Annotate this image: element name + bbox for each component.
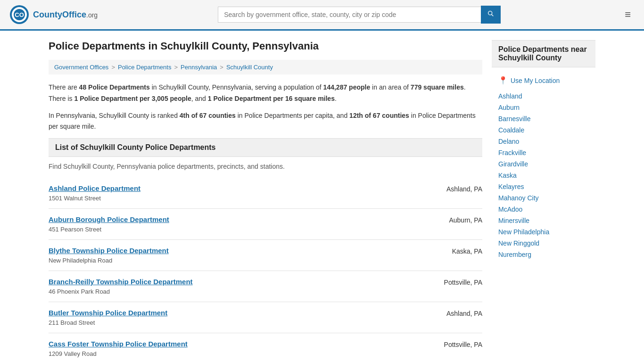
dept-info: Cass Foster Township Police Department 1… (49, 340, 426, 357)
department-item: Butler Township Police Department 211 Br… (49, 302, 482, 333)
department-item: Cass Foster Township Police Department 1… (49, 333, 482, 362)
sidebar-nearby-item: Ashland (498, 92, 589, 100)
list-section-description: Find Schuylkill County, Pennsylvania pol… (49, 163, 482, 170)
breadcrumb-sep-1: > (111, 64, 115, 71)
sidebar-title: Police Departments near Schuylkill Count… (492, 40, 595, 67)
breadcrumb-link-schuylkill[interactable]: Schuylkill County (226, 64, 273, 71)
sidebar-nearby-item: Barnesville (498, 115, 589, 123)
dept-name-link[interactable]: Ashland Police Department (49, 184, 426, 192)
main-content: Police Departments in Schuylkill County,… (49, 40, 482, 362)
sidebar-nearby-item: New Ringgold (498, 239, 589, 247)
sidebar-nearby-link[interactable]: Mahanoy City (498, 194, 539, 202)
site-header: CO CountyOffice.org ≡ (0, 0, 644, 31)
search-icon (487, 10, 495, 17)
dept-address: New Philadelphia Road (49, 257, 112, 264)
sidebar-nearby-item: Minersville (498, 217, 589, 224)
dept-location: Ashland, PA (426, 309, 482, 317)
list-section-header: List of Schuylkill County Police Departm… (49, 138, 482, 157)
sidebar-nearby-link[interactable]: Coaldale (498, 126, 524, 134)
dept-name-link[interactable]: Auburn Borough Police Department (49, 215, 426, 223)
sidebar-nearby-item: Mahanoy City (498, 194, 589, 202)
sidebar-nearby-item: Kelayres (498, 183, 589, 190)
svg-line-5 (492, 15, 494, 16)
breadcrumb-sep-2: > (174, 64, 178, 71)
dept-info: Blythe Township Police Department New Ph… (49, 247, 426, 264)
dept-info: Auburn Borough Police Department 451 Pea… (49, 215, 426, 233)
sidebar-nearby-link[interactable]: Nuremberg (498, 251, 531, 258)
sidebar-nearby-item: New Philadelphia (498, 228, 589, 236)
sidebar-nearby-item: Kaska (498, 172, 589, 179)
sidebar: Police Departments near Schuylkill Count… (492, 40, 595, 362)
sidebar-nearby-link[interactable]: Kaska (498, 172, 517, 179)
dept-info: Butler Township Police Department 211 Br… (49, 309, 426, 326)
sidebar-nearby-link[interactable]: Delano (498, 138, 519, 145)
sidebar-nearby-item: Frackville (498, 149, 589, 156)
nearby-links-list: AshlandAuburnBarnesvilleCoaldaleDelanoFr… (492, 92, 595, 258)
breadcrumb-link-government-offices[interactable]: Government Offices (54, 64, 108, 71)
page-title: Police Departments in Schuylkill County,… (49, 40, 482, 52)
dept-name-link[interactable]: Blythe Township Police Department (49, 247, 426, 255)
sidebar-nearby-item: Nuremberg (498, 251, 589, 258)
svg-point-4 (488, 11, 492, 15)
sidebar-nearby-item: Auburn (498, 104, 589, 111)
search-input[interactable] (218, 7, 481, 23)
dept-address: 211 Broad Street (49, 319, 95, 326)
dept-name-link[interactable]: Butler Township Police Department (49, 309, 426, 317)
department-item: Branch-Reilly Township Police Department… (49, 271, 482, 302)
dept-location: Pottsville, PA (426, 340, 482, 348)
main-container: Police Departments in Schuylkill County,… (39, 31, 605, 362)
department-item: Auburn Borough Police Department 451 Pea… (49, 209, 482, 240)
departments-list: Ashland Police Department 1501 Walnut St… (49, 178, 482, 362)
sidebar-nearby-link[interactable]: Girardville (498, 160, 528, 168)
dept-address: 46 Phoenix Park Road (49, 288, 110, 295)
department-item: Blythe Township Police Department New Ph… (49, 240, 482, 271)
sidebar-nearby-link[interactable]: Auburn (498, 104, 520, 111)
dept-location: Pottsville, PA (426, 278, 482, 286)
sidebar-nearby-item: Girardville (498, 160, 589, 168)
use-location-area: 📍 Use My Location (492, 73, 595, 88)
sidebar-nearby-item: McAdoo (498, 206, 589, 213)
sidebar-nearby-link[interactable]: Ashland (498, 92, 522, 100)
sidebar-nearby-link[interactable]: New Philadelphia (498, 228, 549, 236)
breadcrumb-sep-3: > (220, 64, 223, 71)
search-area (218, 6, 501, 24)
dept-info: Ashland Police Department 1501 Walnut St… (49, 184, 426, 202)
sidebar-nearby-item: Delano (498, 138, 589, 145)
sidebar-nearby-link[interactable]: Barnesville (498, 115, 530, 123)
sidebar-nearby-link[interactable]: Frackville (498, 149, 526, 156)
logo-area: CO CountyOffice.org (9, 5, 98, 25)
sidebar-nearby-link[interactable]: Minersville (498, 217, 529, 224)
sidebar-nearby-item: Coaldale (498, 126, 589, 134)
search-button[interactable] (481, 6, 501, 24)
stats-paragraph-1: There are 48 Police Departments in Schuy… (49, 82, 482, 105)
breadcrumb-link-police-departments[interactable]: Police Departments (118, 64, 171, 71)
dept-name-link[interactable]: Cass Foster Township Police Department (49, 340, 426, 348)
logo-icon: CO (9, 5, 29, 25)
dept-address: 1501 Walnut Street (49, 195, 101, 202)
svg-text:CO: CO (15, 11, 24, 18)
breadcrumb-link-pennsylvania[interactable]: Pennsylvania (181, 64, 217, 71)
breadcrumb: Government Offices > Police Departments … (49, 60, 482, 74)
location-pin-icon: 📍 (498, 76, 508, 85)
dept-location: Ashland, PA (426, 184, 482, 193)
menu-button[interactable]: ≡ (621, 7, 635, 23)
dept-name-link[interactable]: Branch-Reilly Township Police Department (49, 278, 426, 286)
dept-info: Branch-Reilly Township Police Department… (49, 278, 426, 295)
sidebar-nearby-link[interactable]: Kelayres (498, 183, 524, 190)
dept-address: 1209 Valley Road (49, 350, 97, 357)
logo-text: CountyOffice.org (33, 10, 98, 20)
dept-address: 451 Pearson Street (49, 226, 101, 233)
department-item: Ashland Police Department 1501 Walnut St… (49, 178, 482, 209)
dept-location: Kaska, PA (426, 247, 482, 255)
use-location-link[interactable]: Use My Location (511, 77, 560, 84)
stats-paragraph-2: In Pennsylvania, Schuylkill County is ra… (49, 110, 482, 133)
sidebar-nearby-link[interactable]: New Ringgold (498, 239, 539, 247)
dept-location: Auburn, PA (426, 215, 482, 224)
sidebar-nearby-link[interactable]: McAdoo (498, 206, 522, 213)
